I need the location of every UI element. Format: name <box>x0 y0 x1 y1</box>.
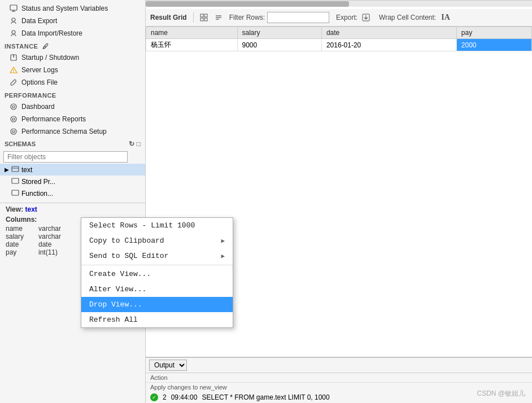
sidebar-item-options[interactable]: Options File <box>0 76 145 89</box>
toolbar-separator-1 <box>193 12 194 23</box>
warning-icon <box>9 65 18 75</box>
tree-expand-icon: ▶ <box>5 167 9 173</box>
horizontal-scrollbar[interactable] <box>146 0 532 7</box>
action-label: Action <box>150 374 168 381</box>
svg-point-3 <box>12 18 15 21</box>
sidebar-item-data-import[interactable]: Data Import/Restore <box>0 27 145 40</box>
sidebar-item-data-export[interactable]: Data Export <box>0 15 145 27</box>
monitor-icon <box>9 4 18 13</box>
table-body: 杨玉怀90002016-01-202000 <box>146 39 532 51</box>
col-type: varchar <box>38 233 61 240</box>
log-time: 09:44:00 <box>171 393 198 401</box>
sidebar-item-perf-reports[interactable]: Performance Reports <box>0 113 145 125</box>
functions-icon <box>11 189 19 198</box>
output-log-row: ✓ 2 09:44:00 SELECT * FROM game.text LIM… <box>146 392 532 403</box>
wrap-btn[interactable]: IA <box>438 11 453 24</box>
context-menu-item-drop-view[interactable]: Drop View... <box>81 297 233 312</box>
schema-tree-item-stored-proc[interactable]: Stored Pr... <box>0 176 145 187</box>
svg-rect-17 <box>12 178 19 183</box>
svg-rect-16 <box>12 167 19 172</box>
menu-item-label: Send to SQL Editor <box>89 252 168 260</box>
table-area: namesalarydatepay 杨玉怀90002016-01-202000 <box>146 27 532 192</box>
gauge-icon <box>9 102 18 111</box>
context-menu-item-copy-clipboard[interactable]: Copy to Clipboard▶ <box>81 233 233 248</box>
output-toolbar: Output <box>146 358 532 373</box>
context-menu-item-select-rows[interactable]: Select Rows - Limit 1000 <box>81 218 233 233</box>
schemas-section-header: SCHEMAS ↻ □ <box>0 138 145 150</box>
menu-item-label: Drop View... <box>89 300 142 309</box>
schema-tree-item-text[interactable]: ▶ text <box>0 164 145 176</box>
sidebar-item-label: Dashboard <box>21 103 55 111</box>
col-type: varchar <box>38 225 61 233</box>
main-content: Result Grid Filter Rows: Export: Wrap Ce… <box>146 0 532 403</box>
col-name: date <box>6 240 34 248</box>
schema-tree-item-functions[interactable]: Function... <box>0 187 145 199</box>
col-type: int(11) <box>38 248 58 256</box>
context-menu-item-refresh-all[interactable]: Refresh All <box>81 312 233 327</box>
result-grid-toolbar: Result Grid Filter Rows: Export: Wrap Ce… <box>146 9 532 27</box>
sidebar-item-perf-schema[interactable]: Performance Schema Setup <box>0 125 145 138</box>
svg-rect-0 <box>10 5 17 10</box>
sidebar-item-startup[interactable]: Startup / Shutdown <box>0 51 145 64</box>
sidebar-item-label: Data Export <box>21 17 57 25</box>
sidebar-item-label: Options File <box>21 78 58 86</box>
output-action-row: Action <box>146 373 532 382</box>
col-name: salary <box>6 233 34 240</box>
svg-point-9 <box>13 72 14 72</box>
submenu-arrow-icon: ▶ <box>221 237 225 244</box>
context-menu-item-alter-view[interactable]: Alter View... <box>81 282 233 297</box>
svg-point-4 <box>12 30 15 34</box>
apply-changes-row: Apply changes to new_view <box>146 382 532 392</box>
instance-section-header: INSTANCE 🖊 <box>0 40 145 51</box>
svg-rect-21 <box>200 18 203 21</box>
log-message: SELECT * FROM game.text LIMIT 0, 1000 <box>202 393 329 401</box>
output-select[interactable]: Output <box>149 360 187 371</box>
svg-point-12 <box>11 116 16 122</box>
schema-filter-input[interactable] <box>3 151 128 163</box>
export-icon <box>9 16 18 25</box>
sidebar-item-server-logs[interactable]: Server Logs <box>0 64 145 76</box>
sidebar-item-label: Status and System Variables <box>21 5 108 12</box>
table-cell-name[interactable]: 杨玉怀 <box>146 39 238 51</box>
table-row[interactable]: 杨玉怀90002016-01-202000 <box>146 39 532 51</box>
col-name: name <box>6 225 34 233</box>
filter-rows-input[interactable] <box>267 12 329 23</box>
scrollbar-thumb[interactable] <box>146 1 349 7</box>
svg-rect-18 <box>12 190 19 195</box>
table-header-date: date <box>321 27 456 39</box>
table-header-pay: pay <box>456 27 531 39</box>
columns-label: Columns: <box>6 216 37 224</box>
menu-item-label: Refresh All <box>89 316 138 324</box>
context-menu-item-create-view[interactable]: Create View... <box>81 266 233 282</box>
power-icon <box>9 53 18 62</box>
tree-item-icon <box>11 165 19 174</box>
sidebar: Status and System Variables Data Export … <box>0 0 146 403</box>
watermark: CSDN @敏姐儿 <box>477 389 525 398</box>
context-menu-item-send-sql[interactable]: Send to SQL Editor▶ <box>81 248 233 264</box>
sidebar-item-dashboard[interactable]: Dashboard <box>0 100 145 113</box>
import-icon <box>9 29 18 38</box>
export-btn[interactable] <box>360 11 372 24</box>
schemas-expand-icon[interactable]: □ <box>137 140 141 148</box>
log-number: 2 <box>163 393 167 401</box>
grid-view-btn[interactable] <box>198 11 210 24</box>
schema-tree-label: text <box>21 166 32 174</box>
table-cell-salary[interactable]: 9000 <box>237 39 321 51</box>
form-view-btn[interactable] <box>212 11 225 24</box>
schemas-refresh-icon[interactable]: ↻ <box>129 140 134 148</box>
apply-label: Apply changes to new_view <box>150 384 227 391</box>
gauge3-icon <box>9 127 18 136</box>
table-cell-date[interactable]: 2016-01-20 <box>321 39 456 51</box>
sidebar-item-label: Performance Schema Setup <box>21 128 107 135</box>
wrap-label: Wrap Cell Content: <box>379 14 436 21</box>
table-header-row: namesalarydatepay <box>146 27 532 39</box>
result-table: namesalarydatepay 杨玉怀90002016-01-202000 <box>146 27 532 51</box>
sidebar-item-label: Performance Reports <box>21 115 86 123</box>
context-menu: Select Rows - Limit 1000Copy to Clipboar… <box>81 217 233 328</box>
table-cell-pay[interactable]: 2000 <box>456 39 531 51</box>
status-ok-icon: ✓ <box>150 393 158 401</box>
sidebar-item-status-vars[interactable]: Status and System Variables <box>0 2 145 15</box>
view-label: View: <box>6 205 23 213</box>
table-header-salary: salary <box>237 27 321 39</box>
view-value: text <box>25 205 37 213</box>
